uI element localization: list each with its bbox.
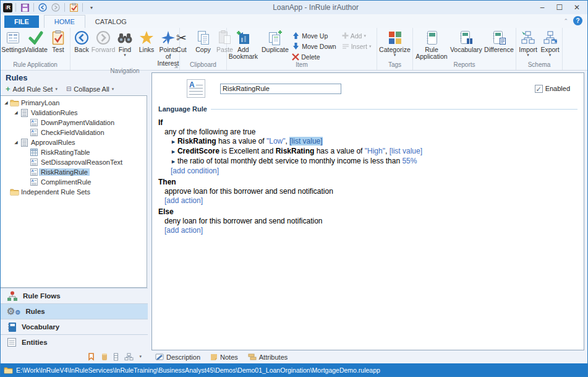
app-logo-icon[interactable]: iR — [3, 3, 12, 12]
group-item: Add Bookmark Duplicate Move Up Move — [227, 28, 377, 70]
close-button[interactable]: ✕ — [569, 2, 585, 13]
folder-icon — [9, 99, 19, 106]
add-action-link[interactable]: [add action] — [164, 226, 203, 235]
collapse-all-icon: ⊟ — [66, 85, 71, 92]
ruleset-icon — [19, 139, 29, 147]
dropdown-caret-icon[interactable]: ▾ — [55, 87, 58, 92]
cut-button[interactable]: ✂ Cut — [171, 29, 192, 54]
tree-item[interactable]: AComplimentRule — [1, 177, 147, 187]
fields-small-icon[interactable] — [113, 353, 119, 361]
group-clipboard: ✂ Cut Copy Paste Clipboard — [180, 28, 227, 70]
nav-item-rule-flows[interactable]: Rule Flows — [1, 288, 148, 303]
tree-expander-icon[interactable]: ◢ — [13, 140, 19, 145]
tree-item[interactable]: ◢PrimaryLoan — [1, 98, 147, 108]
rules-panel: Rules + Add Rule Set ▾ ⊟ Collapse All ▾ … — [1, 71, 148, 363]
back-button[interactable]: Back — [71, 29, 92, 54]
tree-item[interactable]: ADownPaymentValidation — [1, 118, 147, 128]
rule-text: any of the following are true — [164, 128, 255, 136]
list-value-link[interactable]: [list value] — [289, 137, 322, 145]
copy-button[interactable]: Copy — [193, 29, 214, 54]
tree-expander-icon[interactable]: ◢ — [13, 110, 19, 115]
scissors-icon: ✂ — [176, 30, 187, 46]
validate-button[interactable]: Validate — [25, 29, 47, 54]
tree-item-label: PrimaryLoan — [19, 99, 61, 106]
tab-file[interactable]: FILE — [4, 15, 39, 28]
tab-description[interactable]: Description — [155, 353, 200, 361]
move-down-button[interactable]: Move Down — [292, 41, 341, 51]
settings-button[interactable]: Settings — [2, 29, 24, 54]
dropdown-caret-icon: ▾ — [394, 53, 396, 57]
duplicate-icon — [268, 30, 283, 46]
test-button[interactable]: Test — [48, 29, 69, 54]
tree-item[interactable]: RiskRatingTable — [1, 147, 147, 157]
add-bookmark-button[interactable]: Add Bookmark — [228, 29, 258, 61]
dropdown-caret-icon: ▾ — [527, 53, 529, 57]
tree-item[interactable]: ARiskRatingRule — [1, 167, 147, 177]
links-button[interactable]: Links — [136, 29, 157, 54]
tree-item-label: CheckFieldValidation — [39, 129, 106, 136]
tab-notes[interactable]: Notes — [210, 353, 238, 361]
rule-text: "Low" — [266, 137, 286, 145]
collapse-ribbon-icon[interactable]: ⌃ — [563, 18, 568, 24]
add-rule-set-button[interactable]: Add Rule Set — [13, 85, 53, 93]
difference-report-button[interactable]: Difference — [484, 29, 514, 54]
help-icon[interactable]: ? — [573, 16, 582, 25]
rule-tree: ◢PrimaryLoan◢ValidationRulesADownPayment… — [1, 95, 147, 288]
tree-item[interactable]: Independent Rule Sets — [1, 187, 147, 197]
gears-icon: ⚙⚙ — [7, 306, 20, 317]
dropdown-caret-icon[interactable]: ▾ — [139, 354, 142, 359]
maximize-button[interactable]: ☐ — [552, 2, 568, 13]
group-label: Reports — [413, 61, 516, 70]
dropdown-caret-icon: ▾ — [124, 53, 126, 57]
tree-item-label: RiskRatingTable — [39, 149, 92, 156]
panel-view-icons: ▾ — [1, 350, 148, 363]
qat-customize-caret-icon[interactable]: ▾ — [86, 2, 97, 13]
column-small-icon[interactable] — [101, 353, 108, 361]
note-icon — [210, 353, 218, 361]
nav-item-entities[interactable]: Entities — [1, 334, 148, 350]
tab-attributes[interactable]: Attributes — [248, 353, 288, 361]
svg-text:A: A — [32, 129, 35, 133]
add-action-link[interactable]: [add action] — [164, 196, 203, 205]
group-schema: Import ▾ Export ▾ Schema — [516, 28, 563, 70]
vocabulary-report-button[interactable]: Vocabulary — [450, 29, 483, 54]
dropdown-caret-icon[interactable]: ▾ — [112, 87, 114, 92]
duplicate-button[interactable]: Duplicate — [259, 29, 292, 54]
rule-name-input[interactable] — [220, 84, 341, 94]
rule-application-report-button[interactable]: Rule Application — [414, 29, 449, 61]
dialog-launcher-icon[interactable]: ⇲ — [174, 64, 178, 69]
delete-button[interactable]: Delete — [292, 52, 341, 61]
tree-item[interactable]: ◢ValidationRules — [1, 108, 147, 118]
collapse-all-button[interactable]: Collapse All — [74, 85, 109, 93]
list-value-link[interactable]: [list value] — [390, 147, 422, 155]
add-condition-link[interactable]: [add condition] — [171, 167, 219, 175]
section-divider — [211, 109, 577, 110]
bookmark-small-icon[interactable] — [88, 352, 96, 361]
rule-text: is Excellent and — [219, 147, 276, 155]
categorize-button[interactable]: Categorize ▾ — [378, 29, 411, 58]
nav-item-rules[interactable]: ⚙⚙ Rules — [1, 303, 148, 319]
tree-item-label: ApprovalRules — [29, 139, 77, 146]
tree-expander-icon[interactable]: ◢ — [3, 100, 9, 105]
export-button[interactable]: Export ▾ — [539, 29, 561, 58]
minimize-button[interactable]: – — [534, 2, 550, 13]
find-button[interactable]: Find ▾ — [114, 29, 135, 58]
notebook-book-icon — [459, 30, 474, 46]
tree-item[interactable]: ASetDissaprovalReasonText — [1, 157, 147, 167]
rule-body: Ifany of the following are true►RiskRati… — [158, 118, 577, 235]
move-up-button[interactable]: Move Up — [292, 31, 341, 40]
back-icon[interactable] — [37, 2, 48, 13]
save-icon[interactable] — [19, 2, 30, 13]
nav-item-vocabulary[interactable]: Vocabulary — [1, 319, 148, 334]
svg-text:A: A — [32, 179, 35, 183]
tab-catalog[interactable]: CATALOG — [85, 15, 137, 28]
rule-text: "High" — [365, 147, 385, 155]
import-button[interactable]: Import ▾ — [518, 29, 539, 58]
tree-item[interactable]: ACheckFieldValidation — [1, 128, 147, 137]
orgchart-small-icon[interactable] — [124, 353, 134, 361]
tree-item[interactable]: ◢ApprovalRules — [1, 137, 147, 147]
attributes-icon — [248, 353, 257, 360]
test-icon[interactable] — [68, 2, 79, 13]
enabled-checkbox[interactable]: ✓ — [535, 85, 543, 93]
tab-home[interactable]: HOME — [44, 15, 85, 28]
